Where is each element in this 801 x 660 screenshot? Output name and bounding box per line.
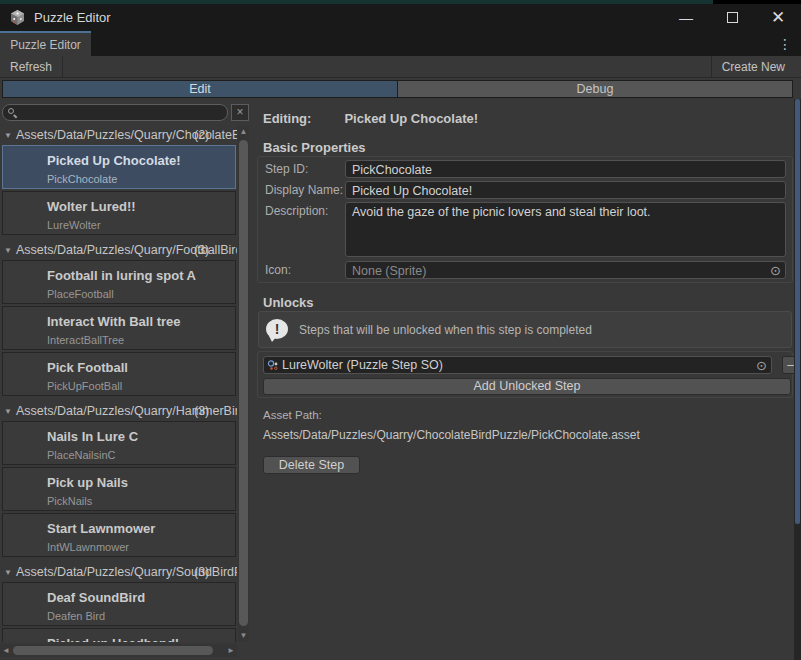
step-list-item[interactable]: Picked Up Chocolate!PickChocolate xyxy=(2,145,236,189)
step-list-item[interactable]: Start LawnmowerIntWLawnmower xyxy=(2,513,236,557)
editing-header: Editing:Picked Up Chocolate! xyxy=(263,111,478,126)
step-list-item[interactable]: Football in luring spot APlaceFootball xyxy=(2,260,236,304)
group-header[interactable]: ▼Assets/Data/Puzzles/Quarry/SoundBirdPuz… xyxy=(0,563,237,582)
icon-row: Icon: None (Sprite) ⊙ xyxy=(258,261,794,281)
step-id: Deafen Bird xyxy=(3,605,235,622)
step-list-item[interactable]: Nails In Lure CPlaceNailsinC xyxy=(2,421,236,465)
tab-debug[interactable]: Debug xyxy=(398,81,792,97)
close-icon: ✕ xyxy=(771,9,785,26)
vertical-scrollbar[interactable]: ▲ ▼ xyxy=(238,126,249,642)
step-title: Start Lawnmower xyxy=(3,514,235,536)
foldout-icon[interactable]: ▼ xyxy=(4,241,12,260)
basic-properties-title: Basic Properties xyxy=(263,140,366,155)
step-title: Interact With Ball tree xyxy=(3,307,235,329)
step-id: InteractBallTree xyxy=(3,329,235,346)
foldout-icon[interactable]: ▼ xyxy=(4,126,12,145)
tab-debug-label: Debug xyxy=(577,82,614,96)
group-header[interactable]: ▼Assets/Data/Puzzles/Quarry/FootballBird… xyxy=(0,241,237,260)
scroll-up-icon[interactable]: ▲ xyxy=(238,126,249,138)
delete-step-button[interactable]: Delete Step xyxy=(263,456,360,474)
step-title: Football in luring spot A xyxy=(3,261,235,283)
scroll-left-icon[interactable]: ◄ xyxy=(0,644,12,657)
maximize-button[interactable] xyxy=(709,4,755,31)
unlocked-step-object-field[interactable]: LureWolter (Puzzle Step SO) ⊙ xyxy=(263,356,772,374)
horizontal-scrollbar[interactable]: ◄ ► xyxy=(0,644,237,657)
description-textarea[interactable]: Avoid the gaze of the picnic lovers and … xyxy=(345,202,786,257)
tab-puzzle-editor[interactable]: Puzzle Editor xyxy=(0,31,91,56)
step-list-item[interactable]: Pick up NailsPickNails xyxy=(2,467,236,511)
tab-edit[interactable]: Edit xyxy=(3,81,398,97)
create-new-label: Create New xyxy=(722,60,785,74)
unlocked-step-picker-icon[interactable]: ⊙ xyxy=(756,358,767,373)
display-name-label: Display Name: xyxy=(265,183,343,197)
group-header[interactable]: ▼Assets/Data/Puzzles/Quarry/HammerBirdPu… xyxy=(0,402,237,421)
step-title: Pick up Nails xyxy=(3,468,235,490)
step-list-item[interactable]: Interact With Ball treeInteractBallTree xyxy=(2,306,236,350)
step-list: ▼Assets/Data/Puzzles/Quarry/ChocolateBir… xyxy=(0,126,237,642)
object-picker-icon[interactable]: ⊙ xyxy=(770,263,781,278)
tab-context-menu-icon[interactable]: ⋮ xyxy=(777,35,793,53)
group-header[interactable]: ▼Assets/Data/Puzzles/Quarry/ChocolateBir… xyxy=(0,126,237,145)
refresh-label: Refresh xyxy=(10,60,52,74)
add-unlocked-step-button[interactable]: Add Unlocked Step xyxy=(263,378,791,395)
step-id-row: Step ID: PickChocolate xyxy=(258,160,794,180)
close-button[interactable]: ✕ xyxy=(755,4,801,31)
scroll-right-icon[interactable]: ► xyxy=(225,644,237,657)
step-id-label: Step ID: xyxy=(265,162,308,176)
icon-object-field[interactable]: None (Sprite) ⊙ xyxy=(345,261,786,279)
display-name-input[interactable]: Picked Up Chocolate! xyxy=(345,181,786,199)
step-editor-panel: Editing:Picked Up Chocolate! Basic Prope… xyxy=(250,99,794,660)
editing-label: Editing: xyxy=(263,111,311,126)
window-controls: — ✕ xyxy=(663,4,801,31)
search-icon xyxy=(8,108,18,118)
icon-object-value: None (Sprite) xyxy=(352,264,426,278)
vertical-scrollbar-thumb[interactable] xyxy=(239,140,248,626)
minimize-icon: — xyxy=(679,10,693,26)
asset-path-value: Assets/Data/Puzzles/Quarry/ChocolateBird… xyxy=(263,428,640,442)
editing-step-name: Picked Up Chocolate! xyxy=(344,111,478,126)
info-bubble-icon: ! xyxy=(266,319,290,341)
refresh-button[interactable]: Refresh xyxy=(0,56,63,77)
puzzle-editor-window: Puzzle Editor — ✕ Puzzle Editor ⋮ Refres… xyxy=(0,0,801,660)
step-list-item[interactable]: Picked up Headband! xyxy=(2,628,236,642)
step-id: PickNails xyxy=(3,490,235,507)
step-list-item[interactable]: Wolter Lured!!LureWolter xyxy=(2,191,236,235)
step-title: Pick Football xyxy=(3,353,235,375)
horizontal-scrollbar-thumb[interactable] xyxy=(13,646,213,655)
basic-properties-box: Step ID: PickChocolate Display Name: Pic… xyxy=(257,156,793,283)
tab-label: Puzzle Editor xyxy=(10,38,81,52)
unlocks-help-box: ! Steps that will be unlocked when this … xyxy=(258,311,792,348)
search-input[interactable] xyxy=(2,104,228,121)
group-count: (3) xyxy=(194,241,209,260)
app-dice-icon xyxy=(9,9,26,26)
create-new-button[interactable]: Create New xyxy=(711,56,795,77)
window-scrollbar[interactable] xyxy=(794,99,801,660)
step-title: Wolter Lured!! xyxy=(3,192,235,214)
group-count: (3) xyxy=(194,563,209,582)
window-scrollbar-thumb[interactable] xyxy=(795,99,800,524)
maximize-icon xyxy=(727,12,738,23)
minimize-button[interactable]: — xyxy=(663,4,709,31)
step-list-item[interactable]: Deaf SoundBirdDeafen Bird xyxy=(2,582,236,626)
search-row: × xyxy=(2,104,248,121)
foldout-icon[interactable]: ▼ xyxy=(4,563,12,582)
unlocks-title: Unlocks xyxy=(263,295,314,310)
mode-toggle: Edit Debug xyxy=(2,80,793,98)
toolbar: Refresh Create New xyxy=(0,56,801,78)
titlebar: Puzzle Editor — ✕ xyxy=(0,4,801,31)
step-id: LureWolter xyxy=(3,214,235,231)
step-id-input[interactable]: PickChocolate xyxy=(345,160,786,178)
step-title: Deaf SoundBird xyxy=(3,583,235,605)
scriptable-object-icon xyxy=(267,359,280,372)
window-title: Puzzle Editor xyxy=(34,10,111,25)
step-list-item[interactable]: Pick FootballPickUpFootBall xyxy=(2,352,236,396)
tab-bar: Puzzle Editor ⋮ xyxy=(0,31,801,56)
step-list-sidebar: × ▼Assets/Data/Puzzles/Quarry/ChocolateB… xyxy=(0,99,250,660)
scroll-down-icon[interactable]: ▼ xyxy=(238,630,249,642)
foldout-icon[interactable]: ▼ xyxy=(4,402,12,421)
unlocks-help-text: Steps that will be unlocked when this st… xyxy=(299,323,592,337)
group-count: (3) xyxy=(194,402,209,421)
step-title: Picked up Headband! xyxy=(3,629,235,642)
search-clear-button[interactable]: × xyxy=(231,104,249,121)
step-id: PlaceFootball xyxy=(3,283,235,300)
